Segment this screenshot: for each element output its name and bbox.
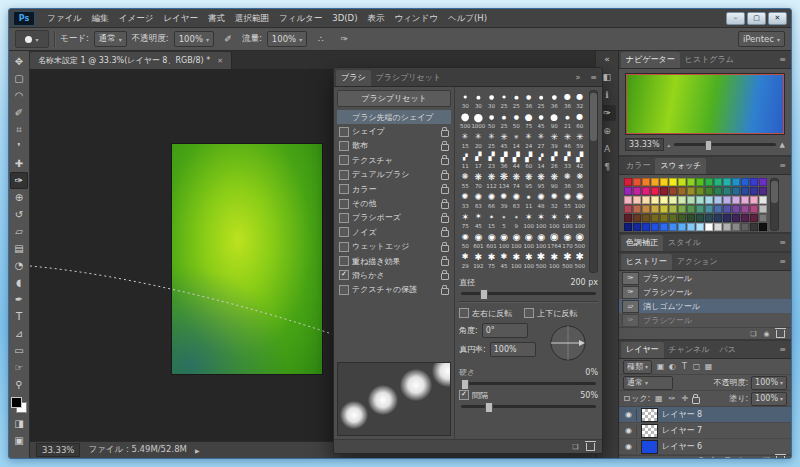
- color-swatch[interactable]: [678, 205, 686, 213]
- brush-tool[interactable]: ✑: [10, 172, 28, 189]
- workspace-switcher[interactable]: iPentec ▾: [738, 31, 785, 47]
- brush-preset[interactable]: ✶ 9: [510, 210, 522, 230]
- checkbox-icon[interactable]: [339, 242, 349, 252]
- brush-preset[interactable]: ● 36: [561, 90, 573, 110]
- brush-preset[interactable]: ✺ 39: [498, 190, 510, 210]
- slider-knob[interactable]: [705, 140, 712, 151]
- brush-preset[interactable]: ● 25: [535, 90, 547, 110]
- quick-selection-tool[interactable]: ✐: [10, 104, 28, 121]
- brush-preset-picker[interactable]: ▾: [15, 30, 49, 48]
- brush-preset[interactable]: ✶ 100: [523, 210, 535, 230]
- brush-preset[interactable]: ✶ 100: [535, 210, 547, 230]
- flip-y-checkbox[interactable]: 上下に反転: [524, 308, 577, 319]
- color-swatch[interactable]: [687, 196, 695, 204]
- panel-tab[interactable]: ヒストリー: [621, 254, 672, 270]
- brush-preset[interactable]: ▞ 36: [498, 150, 510, 170]
- color-swatch[interactable]: [705, 205, 713, 213]
- color-swatch[interactable]: [714, 187, 722, 195]
- history-state-row[interactable]: ✑ ブラシツール: [619, 313, 791, 327]
- brush-preset[interactable]: ✶ 100: [561, 210, 573, 230]
- color-swatch[interactable]: [642, 196, 650, 204]
- filter-smart-icon[interactable]: ▦: [703, 362, 714, 371]
- color-swatch[interactable]: [759, 196, 767, 204]
- diameter-slider[interactable]: [461, 292, 596, 295]
- color-swatch[interactable]: [714, 196, 722, 204]
- close-tab-icon[interactable]: ✕: [217, 57, 223, 65]
- foreground-color-swatch[interactable]: [11, 397, 22, 408]
- mode-select[interactable]: 通常 ▾: [94, 31, 127, 47]
- marquee-tool[interactable]: ▢: [10, 70, 28, 87]
- delete-state-icon[interactable]: [776, 330, 785, 338]
- color-swatch[interactable]: [705, 223, 713, 231]
- color-swatch[interactable]: [732, 187, 740, 195]
- brush-option-row[interactable]: シェイプ: [337, 124, 451, 138]
- brush-preset[interactable]: ● 32: [574, 90, 586, 110]
- color-swatch[interactable]: [624, 196, 632, 204]
- layer-row[interactable]: ◉ レイヤー 6: [619, 439, 791, 455]
- color-swatch[interactable]: [669, 196, 677, 204]
- checkbox-icon[interactable]: [339, 127, 349, 137]
- brush-preset[interactable]: ❋ 70: [471, 170, 485, 190]
- eraser-tool[interactable]: ▱: [10, 223, 28, 240]
- layer-visibility-icon[interactable]: ◉: [621, 425, 637, 437]
- brush-option-row[interactable]: カラー: [337, 182, 451, 196]
- blur-tool[interactable]: ◔: [10, 257, 28, 274]
- brush-preset[interactable]: ✳ 46: [561, 130, 573, 150]
- brush-preset[interactable]: ✱ 100: [510, 250, 522, 270]
- color-swatch[interactable]: [678, 223, 686, 231]
- slider-knob[interactable]: [480, 289, 488, 300]
- filter-shape-icon[interactable]: ▢: [691, 362, 702, 371]
- color-swatch[interactable]: [705, 187, 713, 195]
- color-swatch[interactable]: [678, 196, 686, 204]
- zoom-out-icon[interactable]: ▴: [668, 142, 671, 148]
- menu-item[interactable]: 編集: [87, 10, 114, 27]
- color-swatch[interactable]: [651, 205, 659, 213]
- adjustment-layer-icon[interactable]: ◐: [737, 456, 744, 458]
- color-swatch[interactable]: [705, 178, 713, 186]
- color-swatch[interactable]: [696, 187, 704, 195]
- color-swatch[interactable]: [705, 196, 713, 204]
- brush-preset[interactable]: ✶ 45: [471, 210, 485, 230]
- brush-preset[interactable]: ● 21: [561, 110, 573, 130]
- brush-preset[interactable]: ● 90: [547, 110, 561, 130]
- lock-all-icon[interactable]: [692, 397, 700, 404]
- brush-preset[interactable]: ● 30: [485, 90, 497, 110]
- lock-transparency-icon[interactable]: ▦: [653, 394, 664, 404]
- quick-mask-button[interactable]: ◨: [10, 415, 28, 432]
- navigator-zoom-slider[interactable]: [674, 143, 776, 146]
- brush-preset[interactable]: ❋ 90: [547, 170, 561, 190]
- brush-preset[interactable]: ✱ 500: [574, 250, 586, 270]
- panel-tab[interactable]: ナビゲーター: [621, 52, 680, 68]
- layer-group-icon[interactable]: ▭: [750, 456, 757, 458]
- brush-preset[interactable]: ✱ 500: [535, 250, 547, 270]
- brush-preset[interactable]: ✺ 63: [471, 190, 485, 210]
- color-swatch[interactable]: [678, 214, 686, 222]
- scrollbar[interactable]: [770, 178, 779, 231]
- brush-preset[interactable]: ▞ 26: [547, 150, 561, 170]
- brush-preset[interactable]: ✳ 45: [498, 130, 510, 150]
- checkbox-icon[interactable]: [339, 270, 349, 280]
- panel-tab[interactable]: ブラシ: [336, 70, 371, 86]
- brush-preset[interactable]: ▞ 60: [523, 150, 535, 170]
- color-swatch[interactable]: [741, 178, 749, 186]
- expand-dock-icon[interactable]: «: [598, 51, 616, 67]
- menu-item[interactable]: イメージ: [114, 10, 159, 27]
- color-swatch[interactable]: [651, 187, 659, 195]
- fill-select[interactable]: 100% ▾: [751, 392, 787, 406]
- color-swatch[interactable]: [651, 196, 659, 204]
- brush-preset[interactable]: ✱ 45: [498, 250, 510, 270]
- brush-preset[interactable]: ✺ 100: [574, 190, 586, 210]
- brush-option-row[interactable]: ノイズ: [337, 225, 451, 239]
- layer-thumbnail[interactable]: [641, 424, 658, 438]
- delete-layer-icon[interactable]: [776, 456, 785, 458]
- brush-option-row[interactable]: ブラシ先端のシェイプ: [337, 110, 451, 124]
- hardness-value[interactable]: 0%: [585, 368, 598, 377]
- brush-option-row[interactable]: デュアルブラシ: [337, 168, 451, 182]
- type-tool[interactable]: T: [10, 308, 28, 325]
- link-layers-icon[interactable]: ⧉: [698, 456, 705, 458]
- color-swatch[interactable]: [669, 223, 677, 231]
- dodge-tool[interactable]: ◖: [10, 274, 28, 291]
- scrollbar[interactable]: [589, 90, 598, 273]
- pressure-size-icon[interactable]: ✑: [335, 31, 353, 48]
- color-swatch[interactable]: [660, 205, 668, 213]
